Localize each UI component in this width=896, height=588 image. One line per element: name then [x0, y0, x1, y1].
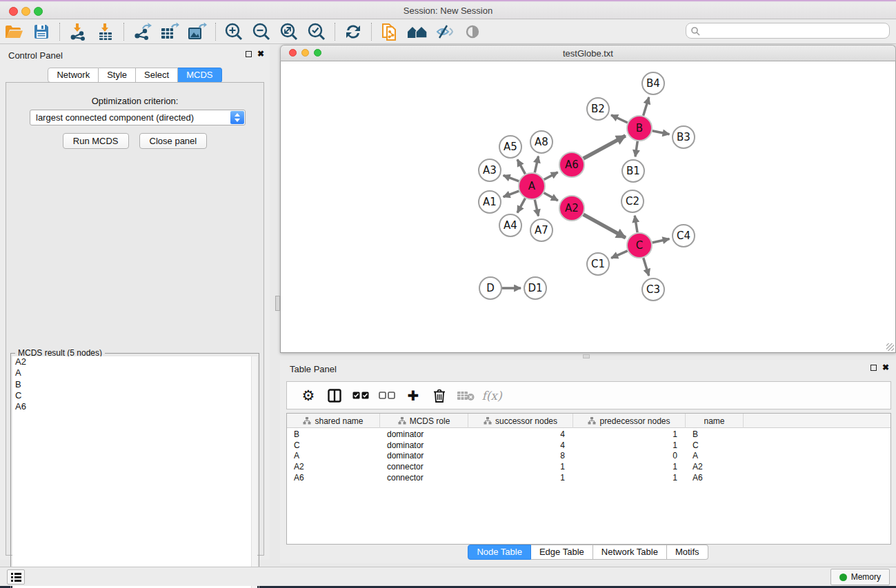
table-header-row: shared name MCDS role successor nodes pr… — [287, 414, 890, 428]
graph-edge-B-B3[interactable] — [653, 131, 670, 134]
graph-edge-B-B4[interactable] — [644, 97, 649, 116]
result-scrollbar[interactable] — [251, 356, 257, 588]
mcds-result-item[interactable]: C — [12, 390, 257, 401]
zoom-in-icon[interactable] — [220, 21, 248, 43]
zoom-selected-icon[interactable] — [303, 21, 330, 43]
save-session-icon[interactable] — [28, 21, 55, 43]
main-toolbar — [0, 19, 896, 44]
tab-motifs[interactable]: Motifs — [667, 545, 708, 560]
graph-node-label-C2: C2 — [626, 195, 639, 207]
task-history-button[interactable] — [7, 569, 25, 585]
tab-node-table[interactable]: Node Table — [468, 545, 531, 560]
zoom-fit-icon[interactable] — [275, 21, 303, 43]
float-panel-icon[interactable] — [246, 51, 252, 57]
graph-edge-B-B1[interactable] — [635, 141, 637, 156]
graph-edge-A6-B[interactable] — [584, 136, 626, 159]
table-row[interactable]: C dominator 4 1 C — [287, 440, 890, 452]
graph-edge-A-A3[interactable] — [504, 175, 519, 181]
column-header-successor-nodes[interactable]: successor nodes — [468, 414, 573, 428]
graph-edge-C-C4[interactable] — [653, 239, 670, 242]
import-table-icon[interactable] — [92, 21, 119, 43]
graph-node-label-A3: A3 — [483, 164, 497, 176]
tab-network[interactable]: Network — [48, 68, 99, 83]
mcds-result-list[interactable]: A2 A B C A6 — [12, 356, 257, 588]
export-table-icon[interactable] — [156, 21, 183, 43]
panel-divider-handle[interactable] — [275, 296, 280, 311]
graph-node-label-B: B — [636, 122, 643, 134]
export-network-icon[interactable] — [128, 21, 156, 43]
tab-edge-table[interactable]: Edge Table — [531, 545, 593, 560]
graph-edge-C-C2[interactable] — [635, 216, 637, 232]
delete-table-icon[interactable] — [452, 384, 479, 407]
table-row[interactable]: B dominator 4 1 B — [287, 429, 890, 440]
toolbar-separator — [371, 23, 372, 41]
float-table-panel-icon[interactable] — [870, 365, 877, 371]
network-graph[interactable]: B4B2BB3A5A8A6B1A3AA1C2A2A4A7C4CC1C3DD1 — [281, 61, 895, 352]
column-header-predecessor-nodes[interactable]: predecessor nodes — [573, 414, 686, 428]
table-row[interactable]: A6 connector 1 1 A6 — [287, 473, 890, 484]
network-canvas[interactable]: B4B2BB3A5A8A6B1A3AA1C2A2A4A7C4CC1C3DD1 — [280, 61, 896, 353]
open-file-icon[interactable] — [0, 21, 28, 43]
graph-edge-A-A4[interactable] — [517, 199, 525, 213]
apply-function-icon[interactable]: f(x) — [479, 384, 505, 407]
tab-select[interactable]: Select — [136, 68, 178, 83]
select-all-icon[interactable] — [348, 384, 374, 407]
column-header-shared-name[interactable]: shared name — [287, 414, 380, 428]
graph-edge-A-A8[interactable] — [535, 156, 538, 173]
show-columns-icon[interactable] — [321, 384, 348, 407]
mcds-result-item[interactable]: B — [12, 379, 257, 390]
add-column-icon[interactable]: ✚ — [400, 384, 426, 407]
graph-node-label-D1: D1 — [528, 282, 542, 294]
graph-node-label-A8: A8 — [535, 136, 548, 148]
clone-network-icon[interactable] — [376, 21, 404, 43]
show-all-icon[interactable] — [404, 21, 431, 43]
table-panel-title: Table Panel — [290, 364, 337, 374]
memory-button[interactable]: Memory — [830, 569, 890, 585]
tab-style[interactable]: Style — [99, 68, 136, 83]
optimization-criterion-label: Optimization criterion: — [6, 96, 263, 106]
hide-selected-icon[interactable] — [431, 21, 459, 43]
mcds-result-item[interactable]: A — [12, 367, 257, 378]
graph-edge-B-B2[interactable] — [611, 115, 628, 123]
mcds-result-item[interactable]: A2 — [12, 356, 257, 367]
close-panel-button[interactable]: Close panel — [139, 133, 208, 149]
tab-network-table[interactable]: Network Table — [593, 545, 667, 560]
graph-edge-A-A5[interactable] — [517, 159, 525, 174]
optimization-criterion-select[interactable]: largest connected component (directed) — [30, 110, 246, 125]
graph-node-label-B4: B4 — [646, 77, 660, 90]
close-table-panel-icon[interactable]: ✖ — [882, 364, 889, 371]
show-graphics-details-icon[interactable] — [459, 21, 486, 43]
graph-edge-A2-C[interactable] — [584, 214, 626, 238]
deselect-all-icon[interactable] — [374, 384, 400, 407]
graph-edge-A-A2[interactable] — [544, 193, 558, 201]
table-row[interactable]: A dominator 8 0 A — [287, 451, 890, 462]
column-type-icon — [588, 417, 596, 425]
export-image-icon[interactable] — [183, 21, 211, 43]
search-input[interactable] — [700, 23, 889, 38]
column-type-icon — [303, 417, 311, 425]
graph-node-label-A7: A7 — [535, 224, 548, 236]
apply-layout-icon[interactable] — [339, 21, 367, 43]
window-resize-grip[interactable] — [886, 343, 894, 351]
graph-edge-C-C3[interactable] — [644, 258, 649, 276]
horizontal-splitter-handle[interactable] — [583, 354, 590, 358]
graph-edge-A-A7[interactable] — [535, 200, 538, 216]
search-box[interactable] — [686, 23, 890, 39]
graph-edge-C-C1[interactable] — [611, 251, 628, 258]
run-mcds-button[interactable]: Run MCDS — [63, 133, 129, 149]
column-header-mcds-role[interactable]: MCDS role — [380, 414, 468, 428]
network-window-titlebar[interactable]: testGlobe.txt — [280, 45, 896, 61]
table-row[interactable]: A2 connector 1 1 A2 — [287, 462, 890, 473]
graph-edge-A-A6[interactable] — [544, 172, 558, 180]
select-stepper-icon — [230, 111, 244, 124]
tab-mcds[interactable]: MCDS — [178, 68, 221, 83]
column-header-name[interactable]: name — [686, 414, 744, 428]
close-panel-icon[interactable]: ✖ — [257, 50, 264, 57]
mcds-result-item[interactable]: A6 — [12, 401, 257, 412]
import-network-icon[interactable] — [64, 21, 92, 43]
graph-edge-A-A1[interactable] — [504, 191, 519, 197]
list-icon — [11, 573, 21, 582]
delete-column-icon[interactable] — [426, 384, 452, 407]
table-settings-icon[interactable]: ⚙ — [295, 384, 321, 407]
zoom-out-icon[interactable] — [248, 21, 275, 43]
